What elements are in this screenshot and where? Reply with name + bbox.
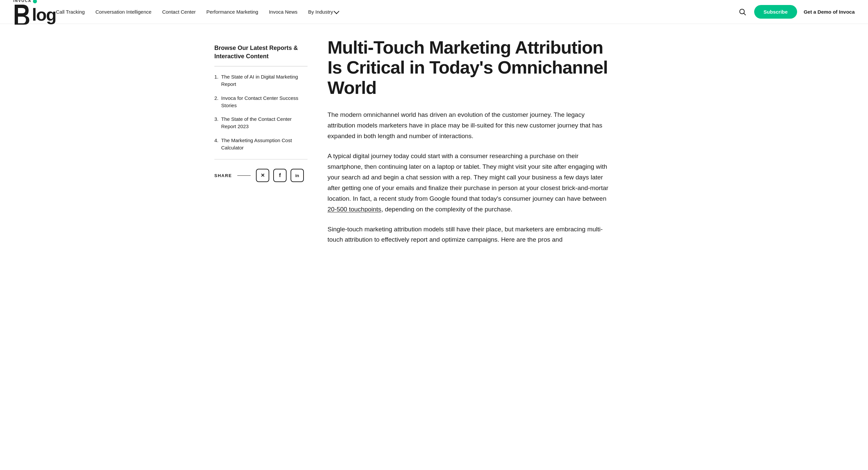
- item-text: The State of the Contact Center Report 2…: [221, 116, 308, 130]
- paragraph-2: A typical digital journey today could st…: [328, 151, 614, 214]
- item-text: Invoca for Contact Center Success Storie…: [221, 95, 308, 109]
- blog-text: log: [32, 6, 56, 23]
- item-number: 1.: [214, 73, 219, 88]
- page-layout: Browse Our Latest Reports & Interactive …: [201, 24, 667, 254]
- site-header: INVOCA log Call Tracking Conversation In…: [0, 0, 868, 24]
- touchpoints-link[interactable]: 20-500 touchpoints: [328, 206, 381, 213]
- linkedin-icon: in: [295, 173, 299, 178]
- subscribe-button[interactable]: Subscribe: [754, 5, 797, 19]
- share-icons: ✕ f in: [256, 169, 304, 182]
- sidebar-divider: [214, 66, 308, 67]
- sidebar-list: 1. The State of AI in Digital Marketing …: [214, 73, 308, 151]
- nav-invoca-news[interactable]: Invoca News: [269, 9, 298, 14]
- twitter-x-icon: ✕: [260, 173, 265, 179]
- item-text: The State of AI in Digital Marketing Rep…: [221, 73, 308, 88]
- share-facebook-button[interactable]: f: [273, 169, 286, 182]
- header-actions: Subscribe Get a Demo of Invoca: [738, 5, 855, 19]
- nav-by-industry[interactable]: By Industry: [308, 9, 339, 14]
- sidebar-title: Browse Our Latest Reports & Interactive …: [214, 44, 308, 61]
- nav-contact-center[interactable]: Contact Center: [162, 9, 196, 14]
- article: Multi-Touch Marketing Attribution Is Cri…: [328, 37, 614, 254]
- item-text: The Marketing Assumption Cost Calculator: [221, 137, 308, 152]
- share-linkedin-button[interactable]: in: [290, 169, 304, 182]
- logo-link[interactable]: INVOCA log: [13, 0, 56, 26]
- nav-performance-marketing[interactable]: Performance Marketing: [206, 9, 258, 14]
- blog-logo: log: [13, 3, 56, 26]
- share-line: [237, 176, 251, 176]
- list-item[interactable]: 1. The State of AI in Digital Marketing …: [214, 73, 308, 88]
- article-body: The modern omnichannel world has driven …: [328, 109, 614, 245]
- list-item[interactable]: 4. The Marketing Assumption Cost Calcula…: [214, 137, 308, 152]
- article-title: Multi-Touch Marketing Attribution Is Cri…: [328, 37, 614, 97]
- b-icon: [13, 3, 31, 26]
- item-number: 2.: [214, 95, 219, 109]
- item-number: 4.: [214, 137, 219, 152]
- invoca-dot: [33, 0, 37, 3]
- paragraph-3: Single-touch marketing attribution model…: [328, 224, 614, 245]
- share-section: SHARE ✕ f in: [214, 169, 308, 182]
- share-twitter-button[interactable]: ✕: [256, 169, 269, 182]
- main-nav: Call Tracking Conversation Intelligence …: [56, 9, 738, 14]
- list-item[interactable]: 3. The State of the Contact Center Repor…: [214, 116, 308, 130]
- sidebar: Browse Our Latest Reports & Interactive …: [214, 37, 308, 254]
- search-icon: [739, 8, 746, 15]
- sidebar-divider-bottom: [214, 159, 308, 159]
- facebook-icon: f: [279, 172, 281, 179]
- invoca-text: INVOCA: [13, 0, 32, 3]
- share-label: SHARE: [214, 173, 232, 178]
- chevron-down-icon: [334, 8, 339, 14]
- svg-line-1: [744, 13, 746, 15]
- invoca-wordmark: INVOCA log: [13, 0, 56, 26]
- paragraph-1: The modern omnichannel world has driven …: [328, 109, 614, 142]
- list-item[interactable]: 2. Invoca for Contact Center Success Sto…: [214, 95, 308, 109]
- search-button[interactable]: [738, 7, 747, 17]
- demo-link[interactable]: Get a Demo of Invoca: [804, 9, 855, 14]
- nav-conversation-intelligence[interactable]: Conversation Intelligence: [95, 9, 151, 14]
- nav-call-tracking[interactable]: Call Tracking: [56, 9, 85, 14]
- item-number: 3.: [214, 116, 219, 130]
